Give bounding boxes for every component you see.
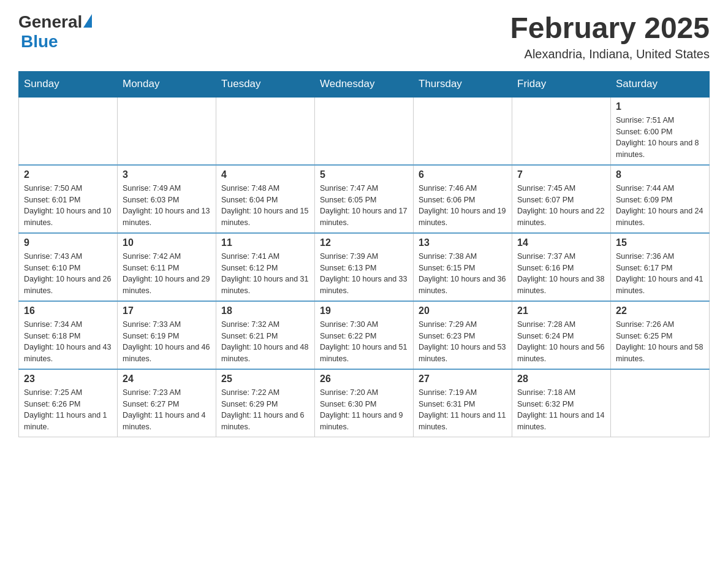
day-number: 23 [24,373,112,385]
calendar-cell: 9Sunrise: 7:43 AM Sunset: 6:10 PM Daylig… [19,233,118,301]
calendar-cell [512,97,611,165]
calendar-cell: 28Sunrise: 7:18 AM Sunset: 6:32 PM Dayli… [512,369,611,437]
logo-flag-icon [83,14,92,28]
day-number: 21 [517,305,605,316]
weekday-header-thursday: Thursday [414,71,512,97]
calendar-cell: 16Sunrise: 7:34 AM Sunset: 6:18 PM Dayli… [19,301,118,369]
day-info: Sunrise: 7:37 AM Sunset: 6:16 PM Dayligh… [517,251,605,297]
calendar-cell [19,97,118,165]
weekday-header-sunday: Sunday [19,71,118,97]
day-info: Sunrise: 7:23 AM Sunset: 6:27 PM Dayligh… [123,387,211,433]
day-number: 7 [517,169,605,180]
calendar-week-row: 16Sunrise: 7:34 AM Sunset: 6:18 PM Dayli… [19,301,710,369]
calendar-week-row: 2Sunrise: 7:50 AM Sunset: 6:01 PM Daylig… [19,165,710,233]
calendar-cell [216,97,315,165]
calendar-cell: 7Sunrise: 7:45 AM Sunset: 6:07 PM Daylig… [512,165,611,233]
calendar-cell: 13Sunrise: 7:38 AM Sunset: 6:15 PM Dayli… [414,233,512,301]
day-info: Sunrise: 7:51 AM Sunset: 6:00 PM Dayligh… [616,115,704,161]
calendar-cell: 20Sunrise: 7:29 AM Sunset: 6:23 PM Dayli… [414,301,512,369]
day-number: 18 [221,305,309,316]
day-number: 12 [320,237,408,248]
day-info: Sunrise: 7:20 AM Sunset: 6:30 PM Dayligh… [320,387,408,433]
calendar-cell: 14Sunrise: 7:37 AM Sunset: 6:16 PM Dayli… [512,233,611,301]
title-section: February 2025 Alexandria, Indiana, Unite… [510,12,710,61]
day-number: 10 [123,237,211,248]
day-info: Sunrise: 7:39 AM Sunset: 6:13 PM Dayligh… [320,251,408,297]
calendar-cell: 5Sunrise: 7:47 AM Sunset: 6:05 PM Daylig… [315,165,414,233]
day-number: 2 [24,169,112,180]
calendar-cell: 15Sunrise: 7:36 AM Sunset: 6:17 PM Dayli… [611,233,710,301]
day-info: Sunrise: 7:36 AM Sunset: 6:17 PM Dayligh… [616,251,704,297]
weekday-header-row: SundayMondayTuesdayWednesdayThursdayFrid… [19,71,710,97]
logo-blue-text: Blue [21,32,58,51]
day-number: 4 [221,169,309,180]
day-number: 5 [320,169,408,180]
day-number: 28 [517,373,605,385]
calendar-cell: 1Sunrise: 7:51 AM Sunset: 6:00 PM Daylig… [611,97,710,165]
day-info: Sunrise: 7:48 AM Sunset: 6:04 PM Dayligh… [221,183,309,229]
day-info: Sunrise: 7:18 AM Sunset: 6:32 PM Dayligh… [517,387,605,433]
calendar-table: SundayMondayTuesdayWednesdayThursdayFrid… [18,71,710,437]
day-number: 25 [221,373,309,385]
calendar-cell: 6Sunrise: 7:46 AM Sunset: 6:06 PM Daylig… [414,165,512,233]
calendar-cell: 17Sunrise: 7:33 AM Sunset: 6:19 PM Dayli… [118,301,216,369]
calendar-cell: 25Sunrise: 7:22 AM Sunset: 6:29 PM Dayli… [216,369,315,437]
weekday-header-friday: Friday [512,71,611,97]
calendar-cell: 23Sunrise: 7:25 AM Sunset: 6:26 PM Dayli… [19,369,118,437]
calendar-week-row: 23Sunrise: 7:25 AM Sunset: 6:26 PM Dayli… [19,369,710,437]
calendar-cell: 18Sunrise: 7:32 AM Sunset: 6:21 PM Dayli… [216,301,315,369]
calendar-cell: 12Sunrise: 7:39 AM Sunset: 6:13 PM Dayli… [315,233,414,301]
day-number: 11 [221,237,309,248]
calendar-cell: 24Sunrise: 7:23 AM Sunset: 6:27 PM Dayli… [118,369,216,437]
day-info: Sunrise: 7:49 AM Sunset: 6:03 PM Dayligh… [123,183,211,229]
calendar-cell: 3Sunrise: 7:49 AM Sunset: 6:03 PM Daylig… [118,165,216,233]
logo-general-text: General [18,12,82,32]
calendar-cell: 8Sunrise: 7:44 AM Sunset: 6:09 PM Daylig… [611,165,710,233]
weekday-header-saturday: Saturday [611,71,710,97]
day-number: 14 [517,237,605,248]
day-info: Sunrise: 7:19 AM Sunset: 6:31 PM Dayligh… [419,387,507,433]
day-number: 15 [616,237,704,248]
day-number: 6 [419,169,507,180]
day-info: Sunrise: 7:28 AM Sunset: 6:24 PM Dayligh… [517,319,605,365]
day-info: Sunrise: 7:43 AM Sunset: 6:10 PM Dayligh… [24,251,112,297]
day-info: Sunrise: 7:32 AM Sunset: 6:21 PM Dayligh… [221,319,309,365]
day-info: Sunrise: 7:41 AM Sunset: 6:12 PM Dayligh… [221,251,309,297]
location-subtitle: Alexandria, Indiana, United States [510,47,710,61]
day-info: Sunrise: 7:38 AM Sunset: 6:15 PM Dayligh… [419,251,507,297]
day-info: Sunrise: 7:26 AM Sunset: 6:25 PM Dayligh… [616,319,704,365]
day-info: Sunrise: 7:30 AM Sunset: 6:22 PM Dayligh… [320,319,408,365]
day-number: 17 [123,305,211,316]
logo: General Blue [18,12,93,52]
calendar-cell: 21Sunrise: 7:28 AM Sunset: 6:24 PM Dayli… [512,301,611,369]
day-info: Sunrise: 7:47 AM Sunset: 6:05 PM Dayligh… [320,183,408,229]
calendar-cell: 2Sunrise: 7:50 AM Sunset: 6:01 PM Daylig… [19,165,118,233]
day-number: 20 [419,305,507,316]
calendar-week-row: 1Sunrise: 7:51 AM Sunset: 6:00 PM Daylig… [19,97,710,165]
calendar-cell: 10Sunrise: 7:42 AM Sunset: 6:11 PM Dayli… [118,233,216,301]
weekday-header-tuesday: Tuesday [216,71,315,97]
calendar-cell: 26Sunrise: 7:20 AM Sunset: 6:30 PM Dayli… [315,369,414,437]
day-number: 22 [616,305,704,316]
day-number: 9 [24,237,112,248]
day-info: Sunrise: 7:25 AM Sunset: 6:26 PM Dayligh… [24,387,112,433]
day-number: 24 [123,373,211,385]
day-number: 8 [616,169,704,180]
calendar-cell: 22Sunrise: 7:26 AM Sunset: 6:25 PM Dayli… [611,301,710,369]
day-number: 19 [320,305,408,316]
day-number: 26 [320,373,408,385]
day-info: Sunrise: 7:50 AM Sunset: 6:01 PM Dayligh… [24,183,112,229]
day-number: 1 [616,101,704,112]
calendar-week-row: 9Sunrise: 7:43 AM Sunset: 6:10 PM Daylig… [19,233,710,301]
weekday-header-wednesday: Wednesday [315,71,414,97]
day-info: Sunrise: 7:22 AM Sunset: 6:29 PM Dayligh… [221,387,309,433]
calendar-cell: 11Sunrise: 7:41 AM Sunset: 6:12 PM Dayli… [216,233,315,301]
day-info: Sunrise: 7:46 AM Sunset: 6:06 PM Dayligh… [419,183,507,229]
calendar-cell [611,369,710,437]
day-info: Sunrise: 7:44 AM Sunset: 6:09 PM Dayligh… [616,183,704,229]
weekday-header-monday: Monday [118,71,216,97]
page-header: General Blue February 2025 Alexandria, I… [18,12,710,61]
day-number: 13 [419,237,507,248]
day-info: Sunrise: 7:29 AM Sunset: 6:23 PM Dayligh… [419,319,507,365]
calendar-cell [315,97,414,165]
